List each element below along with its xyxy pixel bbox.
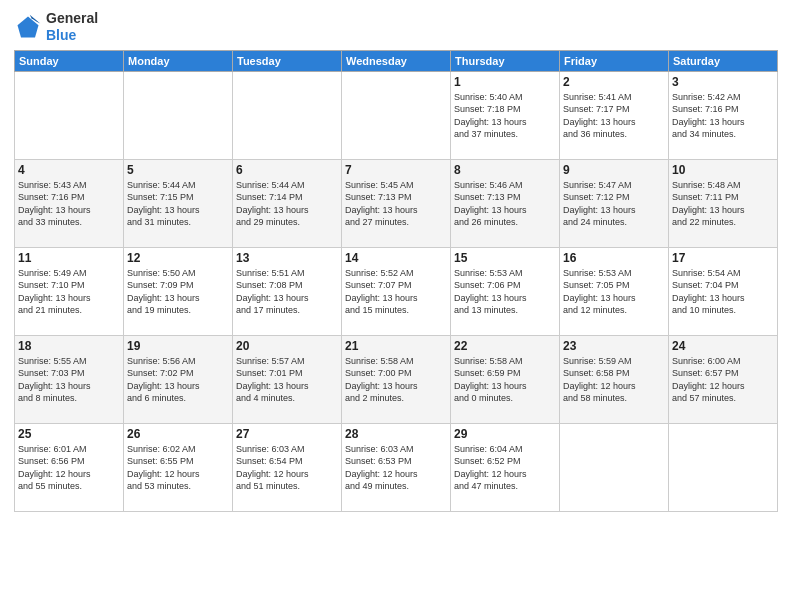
header-cell-tuesday: Tuesday xyxy=(233,50,342,71)
day-cell: 29Sunrise: 6:04 AM Sunset: 6:52 PM Dayli… xyxy=(451,423,560,511)
day-cell: 20Sunrise: 5:57 AM Sunset: 7:01 PM Dayli… xyxy=(233,335,342,423)
day-cell: 16Sunrise: 5:53 AM Sunset: 7:05 PM Dayli… xyxy=(560,247,669,335)
day-info: Sunrise: 6:03 AM Sunset: 6:54 PM Dayligh… xyxy=(236,443,338,493)
week-row-1: 1Sunrise: 5:40 AM Sunset: 7:18 PM Daylig… xyxy=(15,71,778,159)
day-cell: 28Sunrise: 6:03 AM Sunset: 6:53 PM Dayli… xyxy=(342,423,451,511)
day-info: Sunrise: 5:51 AM Sunset: 7:08 PM Dayligh… xyxy=(236,267,338,317)
day-cell xyxy=(342,71,451,159)
header-cell-sunday: Sunday xyxy=(15,50,124,71)
week-row-4: 18Sunrise: 5:55 AM Sunset: 7:03 PM Dayli… xyxy=(15,335,778,423)
header-cell-saturday: Saturday xyxy=(669,50,778,71)
calendar-header: SundayMondayTuesdayWednesdayThursdayFrid… xyxy=(15,50,778,71)
header-cell-friday: Friday xyxy=(560,50,669,71)
day-info: Sunrise: 5:43 AM Sunset: 7:16 PM Dayligh… xyxy=(18,179,120,229)
logo-icon xyxy=(14,13,42,41)
day-cell: 2Sunrise: 5:41 AM Sunset: 7:17 PM Daylig… xyxy=(560,71,669,159)
day-info: Sunrise: 5:49 AM Sunset: 7:10 PM Dayligh… xyxy=(18,267,120,317)
day-info: Sunrise: 5:40 AM Sunset: 7:18 PM Dayligh… xyxy=(454,91,556,141)
day-number: 13 xyxy=(236,251,338,265)
day-cell: 5Sunrise: 5:44 AM Sunset: 7:15 PM Daylig… xyxy=(124,159,233,247)
day-number: 29 xyxy=(454,427,556,441)
day-info: Sunrise: 5:52 AM Sunset: 7:07 PM Dayligh… xyxy=(345,267,447,317)
logo: General Blue xyxy=(14,10,98,44)
day-info: Sunrise: 5:56 AM Sunset: 7:02 PM Dayligh… xyxy=(127,355,229,405)
day-cell: 3Sunrise: 5:42 AM Sunset: 7:16 PM Daylig… xyxy=(669,71,778,159)
day-cell: 26Sunrise: 6:02 AM Sunset: 6:55 PM Dayli… xyxy=(124,423,233,511)
day-cell xyxy=(669,423,778,511)
day-info: Sunrise: 5:45 AM Sunset: 7:13 PM Dayligh… xyxy=(345,179,447,229)
day-info: Sunrise: 5:53 AM Sunset: 7:06 PM Dayligh… xyxy=(454,267,556,317)
day-info: Sunrise: 6:04 AM Sunset: 6:52 PM Dayligh… xyxy=(454,443,556,493)
day-cell xyxy=(560,423,669,511)
day-number: 2 xyxy=(563,75,665,89)
day-info: Sunrise: 6:00 AM Sunset: 6:57 PM Dayligh… xyxy=(672,355,774,405)
day-info: Sunrise: 5:41 AM Sunset: 7:17 PM Dayligh… xyxy=(563,91,665,141)
day-cell: 8Sunrise: 5:46 AM Sunset: 7:13 PM Daylig… xyxy=(451,159,560,247)
day-number: 10 xyxy=(672,163,774,177)
day-number: 15 xyxy=(454,251,556,265)
day-cell: 24Sunrise: 6:00 AM Sunset: 6:57 PM Dayli… xyxy=(669,335,778,423)
page: General Blue SundayMondayTuesdayWednesda… xyxy=(0,0,792,612)
week-row-5: 25Sunrise: 6:01 AM Sunset: 6:56 PM Dayli… xyxy=(15,423,778,511)
day-number: 9 xyxy=(563,163,665,177)
day-cell: 6Sunrise: 5:44 AM Sunset: 7:14 PM Daylig… xyxy=(233,159,342,247)
day-info: Sunrise: 5:47 AM Sunset: 7:12 PM Dayligh… xyxy=(563,179,665,229)
week-row-3: 11Sunrise: 5:49 AM Sunset: 7:10 PM Dayli… xyxy=(15,247,778,335)
day-cell: 1Sunrise: 5:40 AM Sunset: 7:18 PM Daylig… xyxy=(451,71,560,159)
day-number: 27 xyxy=(236,427,338,441)
day-cell: 12Sunrise: 5:50 AM Sunset: 7:09 PM Dayli… xyxy=(124,247,233,335)
day-number: 22 xyxy=(454,339,556,353)
day-cell: 7Sunrise: 5:45 AM Sunset: 7:13 PM Daylig… xyxy=(342,159,451,247)
day-number: 24 xyxy=(672,339,774,353)
day-cell xyxy=(233,71,342,159)
day-number: 26 xyxy=(127,427,229,441)
day-cell: 25Sunrise: 6:01 AM Sunset: 6:56 PM Dayli… xyxy=(15,423,124,511)
day-number: 17 xyxy=(672,251,774,265)
day-number: 5 xyxy=(127,163,229,177)
day-cell xyxy=(124,71,233,159)
header-cell-thursday: Thursday xyxy=(451,50,560,71)
day-cell: 11Sunrise: 5:49 AM Sunset: 7:10 PM Dayli… xyxy=(15,247,124,335)
day-info: Sunrise: 5:44 AM Sunset: 7:14 PM Dayligh… xyxy=(236,179,338,229)
day-cell: 19Sunrise: 5:56 AM Sunset: 7:02 PM Dayli… xyxy=(124,335,233,423)
day-cell: 15Sunrise: 5:53 AM Sunset: 7:06 PM Dayli… xyxy=(451,247,560,335)
header-cell-wednesday: Wednesday xyxy=(342,50,451,71)
day-cell: 17Sunrise: 5:54 AM Sunset: 7:04 PM Dayli… xyxy=(669,247,778,335)
day-info: Sunrise: 5:57 AM Sunset: 7:01 PM Dayligh… xyxy=(236,355,338,405)
day-cell: 14Sunrise: 5:52 AM Sunset: 7:07 PM Dayli… xyxy=(342,247,451,335)
day-cell xyxy=(15,71,124,159)
header-row: SundayMondayTuesdayWednesdayThursdayFrid… xyxy=(15,50,778,71)
calendar-table: SundayMondayTuesdayWednesdayThursdayFrid… xyxy=(14,50,778,512)
day-number: 3 xyxy=(672,75,774,89)
day-cell: 18Sunrise: 5:55 AM Sunset: 7:03 PM Dayli… xyxy=(15,335,124,423)
day-number: 19 xyxy=(127,339,229,353)
day-info: Sunrise: 5:50 AM Sunset: 7:09 PM Dayligh… xyxy=(127,267,229,317)
day-info: Sunrise: 6:01 AM Sunset: 6:56 PM Dayligh… xyxy=(18,443,120,493)
day-number: 12 xyxy=(127,251,229,265)
day-cell: 9Sunrise: 5:47 AM Sunset: 7:12 PM Daylig… xyxy=(560,159,669,247)
day-number: 11 xyxy=(18,251,120,265)
day-number: 1 xyxy=(454,75,556,89)
day-cell: 21Sunrise: 5:58 AM Sunset: 7:00 PM Dayli… xyxy=(342,335,451,423)
logo-text: General Blue xyxy=(46,10,98,44)
day-info: Sunrise: 5:59 AM Sunset: 6:58 PM Dayligh… xyxy=(563,355,665,405)
day-cell: 22Sunrise: 5:58 AM Sunset: 6:59 PM Dayli… xyxy=(451,335,560,423)
day-number: 21 xyxy=(345,339,447,353)
day-number: 18 xyxy=(18,339,120,353)
day-number: 4 xyxy=(18,163,120,177)
week-row-2: 4Sunrise: 5:43 AM Sunset: 7:16 PM Daylig… xyxy=(15,159,778,247)
day-info: Sunrise: 5:58 AM Sunset: 7:00 PM Dayligh… xyxy=(345,355,447,405)
day-number: 23 xyxy=(563,339,665,353)
day-number: 25 xyxy=(18,427,120,441)
day-number: 16 xyxy=(563,251,665,265)
day-number: 14 xyxy=(345,251,447,265)
day-number: 28 xyxy=(345,427,447,441)
day-info: Sunrise: 5:58 AM Sunset: 6:59 PM Dayligh… xyxy=(454,355,556,405)
header-cell-monday: Monday xyxy=(124,50,233,71)
day-number: 6 xyxy=(236,163,338,177)
header: General Blue xyxy=(14,10,778,44)
day-cell: 23Sunrise: 5:59 AM Sunset: 6:58 PM Dayli… xyxy=(560,335,669,423)
day-cell: 10Sunrise: 5:48 AM Sunset: 7:11 PM Dayli… xyxy=(669,159,778,247)
day-info: Sunrise: 5:54 AM Sunset: 7:04 PM Dayligh… xyxy=(672,267,774,317)
day-number: 20 xyxy=(236,339,338,353)
